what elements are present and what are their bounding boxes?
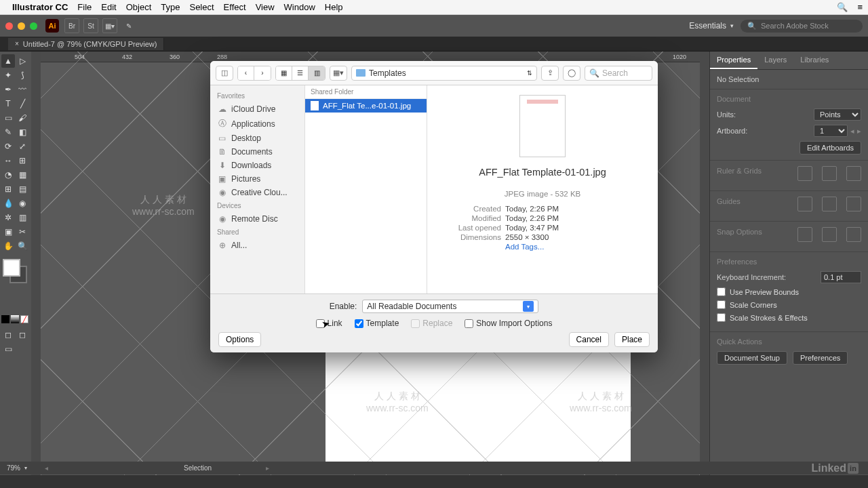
hand-tool[interactable]: ✋	[1, 239, 15, 253]
perspective-tool[interactable]: ▦	[16, 168, 29, 182]
type-tool[interactable]: T	[1, 97, 15, 110]
units-select[interactable]: Points	[814, 108, 861, 121]
share-icon[interactable]: ⇪	[541, 66, 559, 81]
menu-help[interactable]: Help	[325, 2, 343, 12]
scale-tool[interactable]: ⤢	[16, 140, 29, 153]
draw-behind-icon[interactable]: ◻	[16, 328, 29, 342]
symbol-sprayer-tool[interactable]: ✲	[1, 211, 15, 224]
close-icon[interactable]	[5, 22, 13, 30]
cb-show-import[interactable]: Show Import Options	[465, 319, 552, 328]
artboard-tool[interactable]: ▣	[1, 225, 15, 239]
mini-none-icon[interactable]: ╱	[20, 315, 28, 323]
curvature-tool[interactable]: 〰	[16, 83, 29, 96]
document-setup-button[interactable]: Document Setup	[717, 351, 787, 365]
stock-search[interactable]: 🔍 Search Adobe Stock	[741, 20, 863, 33]
cancel-button[interactable]: Cancel	[569, 332, 609, 347]
kbd-increment-input[interactable]	[821, 271, 861, 283]
back-button[interactable]: ‹	[238, 66, 254, 80]
arrange-button[interactable]: ▦▾	[330, 66, 347, 81]
tab-libraries[interactable]: Libraries	[793, 52, 835, 69]
eyedropper-tool[interactable]: 💧	[1, 197, 15, 210]
spotlight-icon[interactable]: 🔍	[837, 2, 848, 12]
width-tool[interactable]: ↔	[1, 154, 15, 167]
menu-object[interactable]: Object	[126, 2, 152, 12]
draw-mode-icon[interactable]: ◻	[1, 328, 15, 342]
zoom-tool[interactable]: 🔍	[16, 239, 29, 253]
snap-point-icon[interactable]	[797, 227, 812, 242]
screen-mode-icon[interactable]: ▭	[1, 342, 15, 356]
menu-view[interactable]: View	[256, 2, 275, 12]
chevron-down-icon[interactable]: ▾	[24, 465, 27, 471]
preferences-button[interactable]: Preferences	[793, 351, 848, 365]
cb-template[interactable]: Template	[355, 319, 399, 328]
line-tool[interactable]: ╱	[16, 97, 29, 110]
window-controls[interactable]	[5, 22, 37, 30]
magic-wand-tool[interactable]: ✦	[1, 68, 15, 82]
sidebar-item-icloud[interactable]: ☁︎iCloud Drive	[210, 102, 304, 116]
grid-icon[interactable]	[822, 166, 837, 181]
sidebar-item-downloads[interactable]: ⬇︎Downloads	[210, 159, 304, 172]
smart-guides-icon[interactable]	[822, 197, 837, 211]
menu-select[interactable]: Select	[189, 2, 214, 12]
blend-tool[interactable]: ◉	[16, 197, 29, 210]
rectangle-tool[interactable]: ▭	[1, 111, 15, 125]
mesh-tool[interactable]: ⊞	[1, 182, 15, 196]
mini-color-icon[interactable]	[1, 315, 9, 323]
arrange-icon[interactable]: ▦▾	[102, 18, 117, 33]
lock-guides-icon[interactable]	[846, 197, 861, 211]
brush-icon[interactable]: ✎	[121, 18, 136, 33]
mini-gradient-icon[interactable]	[11, 315, 19, 323]
path-dropdown[interactable]: Templates ⇅	[351, 66, 537, 81]
rotate-tool[interactable]: ⟳	[1, 140, 15, 153]
eraser-tool[interactable]: ◧	[16, 125, 29, 139]
free-transform-tool[interactable]: ⊞	[16, 154, 29, 167]
sidebar-item-creative-cloud[interactable]: ◉Creative Clou...	[210, 186, 304, 199]
sidebar-item-desktop[interactable]: ▭Desktop	[210, 131, 304, 145]
lasso-tool[interactable]: ⟆	[16, 68, 29, 82]
artboard-select[interactable]: 1	[814, 125, 848, 137]
enable-select[interactable]: All Readable Documents ▾	[362, 300, 538, 313]
sidebar-item-remote-disc[interactable]: ◉Remote Disc	[210, 212, 304, 226]
bridge-icon[interactable]: Br	[64, 18, 79, 33]
menu-type[interactable]: Type	[161, 2, 180, 12]
shape-builder-tool[interactable]: ◔	[1, 168, 15, 182]
add-tags-link[interactable]: Add Tags...	[505, 243, 544, 251]
place-button[interactable]: Place	[614, 332, 650, 347]
snap-pixel-icon[interactable]	[846, 227, 861, 242]
tags-icon[interactable]: ◯	[563, 66, 580, 81]
ruler-icon[interactable]	[797, 166, 812, 181]
guides-icon[interactable]	[797, 197, 812, 211]
list-view-icon[interactable]: ☰	[292, 66, 309, 80]
menu-effect[interactable]: Effect	[224, 2, 246, 12]
graph-tool[interactable]: ▥	[16, 211, 29, 224]
sidebar-item-documents[interactable]: 🗎Documents	[210, 145, 304, 159]
selection-tool[interactable]: ▲	[1, 54, 15, 68]
color-swatches[interactable]	[1, 259, 30, 287]
canvas-scrollbar-right[interactable]	[700, 52, 709, 475]
sidebar-item-all[interactable]: ⊕All...	[210, 239, 304, 252]
stock-icon[interactable]: St	[83, 18, 98, 33]
tab-properties[interactable]: Properties	[710, 52, 757, 69]
zoom-level[interactable]: 79%	[7, 464, 20, 472]
document-tab[interactable]: × Untitled-7 @ 79% (CMYK/GPU Preview)	[8, 38, 164, 50]
close-tab-icon[interactable]: ×	[15, 40, 19, 47]
transparency-grid-icon[interactable]	[846, 166, 861, 181]
canvas-scrollbar-left[interactable]	[31, 52, 41, 475]
sidebar-toggle-icon[interactable]: ◫	[216, 66, 233, 81]
column-view-icon[interactable]: ▥	[309, 66, 325, 80]
prev-artboard-icon[interactable]: ◂	[850, 127, 854, 136]
sidebar-item-pictures[interactable]: ▣Pictures	[210, 172, 304, 186]
zoom-icon[interactable]	[30, 22, 37, 30]
edit-artboards-button[interactable]: Edit Artboards	[800, 141, 861, 155]
sidebar-item-applications[interactable]: ⒶApplications	[210, 116, 304, 131]
next-artboard-icon[interactable]: ▸	[857, 127, 861, 136]
workspace-switcher[interactable]: Essentials ▾	[689, 21, 734, 30]
file-item-selected[interactable]: AFF_Flat Te...e-01-01.jpg	[305, 99, 427, 113]
cb-preview-bounds[interactable]: Use Preview Bounds	[717, 287, 861, 296]
slice-tool[interactable]: ✂	[16, 225, 29, 239]
paintbrush-tool[interactable]: 🖌	[16, 111, 29, 125]
options-button[interactable]: Options	[218, 332, 261, 347]
snap-grid-icon[interactable]	[822, 227, 837, 242]
finder-search[interactable]: 🔍 Search	[585, 66, 652, 81]
icon-view-icon[interactable]: ▦	[276, 66, 292, 80]
